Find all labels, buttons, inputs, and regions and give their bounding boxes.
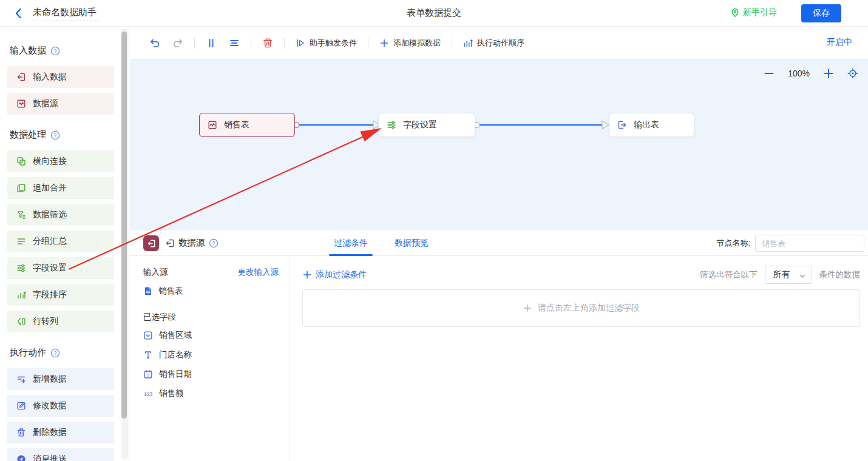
panel-title: 数据源 [178, 237, 205, 249]
selected-fields-label: 已选字段 [143, 312, 279, 323]
help-icon[interactable]: ? [50, 46, 60, 56]
edit-icon [16, 401, 26, 411]
zoom-controls: 100% [764, 68, 858, 79]
fit-view-icon[interactable] [847, 68, 858, 79]
assistant-status-toggle[interactable]: 开启中 [827, 37, 852, 48]
sidebar-item-datasource[interactable]: 数据源 [7, 93, 114, 115]
delete-node-icon[interactable] [262, 37, 274, 49]
append-merge-icon [16, 183, 26, 193]
panel-header: 数据源 ? 过滤条件 数据预览 节点名称: [130, 231, 868, 256]
help-icon[interactable]: ? [209, 238, 219, 248]
sort-bars-icon [16, 290, 26, 300]
import-icon [165, 238, 175, 248]
funnel-icon [16, 210, 26, 220]
sidebar-item-label: 消息推送 [33, 454, 67, 461]
toolbar-divider [284, 38, 285, 49]
select-field-icon [143, 331, 153, 340]
sidebar-item-group-summary[interactable]: 分组汇总 [7, 231, 114, 252]
node-output-table[interactable]: 输出表 [609, 113, 694, 137]
calendar-field-icon: 7 [143, 369, 153, 379]
input-source-label: 输入源 [143, 267, 168, 278]
sidebar-item-label: 分组汇总 [33, 236, 67, 247]
undo-icon[interactable] [149, 37, 161, 49]
help-icon[interactable]: ? [50, 130, 60, 140]
toolbar-divider [368, 38, 368, 49]
field-item-sale-date[interactable]: 7 销售日期 [143, 368, 279, 381]
top-header: 未命名数据助手 表单数据提交 新手引导 保存 [0, 0, 868, 27]
sidebar-item-field-settings[interactable]: 字段设置 [7, 257, 114, 279]
sliders-icon [387, 120, 396, 130]
sidebar-item-add-data[interactable]: 新增数据 [7, 368, 114, 390]
add-filter-button[interactable]: 添加过滤条件 [302, 269, 367, 280]
filter-empty-state: 请点击左上角添加过滤字段 [302, 289, 860, 327]
plus-icon [302, 270, 312, 280]
field-item-store-name[interactable]: 门店名称 [143, 348, 279, 362]
node-name-group: 节点名称: [716, 235, 864, 252]
datasource-badge-icon [143, 235, 159, 251]
sidebar-item-message-push[interactable]: 消息推送 [7, 448, 114, 461]
toolbar-divider [194, 38, 195, 49]
sliders-icon [16, 263, 26, 273]
sidebar-item-data-filter[interactable]: 数据筛选 [7, 204, 114, 226]
change-source-link[interactable]: 更改输入源 [238, 267, 279, 278]
component-sidebar: 输入数据 ? 输入数据 数据源 数据处理 ? 横向连接 追加合并 [0, 27, 129, 461]
horizontal-align-icon[interactable] [228, 37, 240, 49]
add-mock-data-button[interactable]: 添加模拟数据 [379, 38, 441, 49]
filter-match-value: 所有 [773, 269, 790, 280]
filter-rule-suffix: 条件的数据 [819, 269, 861, 280]
sidebar-item-modify-data[interactable]: 修改数据 [7, 395, 114, 417]
sidebar-item-horizontal-join[interactable]: 横向连接 [7, 150, 114, 172]
node-field-settings[interactable]: 字段设置 [378, 113, 475, 137]
vertical-align-icon[interactable] [205, 37, 217, 49]
sidebar-item-row-to-column[interactable]: 行转列 [7, 311, 114, 332]
node-label: 字段设置 [403, 119, 437, 130]
help-icon[interactable]: ? [50, 348, 60, 358]
filter-match-select[interactable]: 所有 [765, 266, 812, 284]
sidebar-item-label: 追加合并 [33, 183, 67, 193]
sidebar-item-input-data[interactable]: 输入数据 [7, 66, 114, 88]
source-file-item[interactable]: 销售表 [143, 286, 279, 297]
action-order-label: 执行动作顺序 [477, 38, 524, 49]
action-order-button[interactable]: 执行动作顺序 [463, 38, 524, 49]
filter-conditions-pane: 添加过滤条件 筛选出符合以下 所有 条件的数据 请点击左上角添加过滤字段 [290, 256, 868, 461]
sidebar-item-label: 新增数据 [33, 374, 67, 385]
section-actions: 执行动作 ? [10, 347, 120, 358]
section-title: 执行动作 [10, 347, 46, 358]
flow-canvas[interactable]: 销售表 字段设置 输出表 100% [130, 59, 868, 231]
tab-data-preview[interactable]: 数据预览 [393, 231, 430, 256]
node-name-input[interactable] [755, 235, 864, 252]
svg-text:?: ? [212, 240, 215, 246]
group-list-icon [16, 237, 26, 246]
zoom-out-icon[interactable] [764, 68, 775, 79]
field-item-sales-amount[interactable]: 123 销售额 [143, 387, 279, 400]
section-title: 数据处理 [10, 129, 46, 141]
source-file-name: 销售表 [158, 286, 183, 297]
sidebar-scrollbar-thumb[interactable] [121, 32, 127, 419]
sidebar-item-label: 横向连接 [33, 156, 67, 167]
node-label: 输出表 [634, 119, 659, 130]
tab-filter-conditions[interactable]: 过滤条件 [333, 231, 369, 256]
save-button[interactable]: 保存 [801, 4, 841, 22]
beginner-guide-button[interactable]: 新手引导 [730, 7, 777, 18]
sidebar-item-label: 行转列 [33, 316, 58, 327]
redo-icon[interactable] [172, 37, 184, 49]
toolbar-divider [452, 38, 452, 49]
sidebar-item-label: 字段排序 [33, 289, 67, 300]
filter-rule-group: 筛选出符合以下 所有 条件的数据 [700, 266, 860, 284]
node-sales-table[interactable]: 销售表 [199, 113, 295, 137]
sidebar-item-append-merge[interactable]: 追加合并 [7, 177, 114, 199]
horizontal-join-icon [16, 156, 26, 166]
add-data-icon [16, 374, 26, 384]
field-item-region[interactable]: 销售区域 [143, 329, 279, 342]
sidebar-item-field-sort[interactable]: 字段排序 [7, 284, 114, 306]
sidebar-item-label: 删除数据 [33, 427, 67, 438]
sidebar-item-delete-data[interactable]: 删除数据 [7, 422, 114, 443]
text-field-icon [143, 350, 153, 360]
action-order-icon [463, 38, 473, 48]
zoom-in-icon[interactable] [823, 68, 834, 79]
field-name: 门店名称 [159, 349, 192, 360]
sidebar-item-label: 数据筛选 [33, 209, 67, 220]
number-field-icon: 123 [143, 389, 153, 399]
trigger-condition-button[interactable]: 助手触发条件 [296, 38, 357, 49]
svg-text:?: ? [53, 350, 56, 356]
